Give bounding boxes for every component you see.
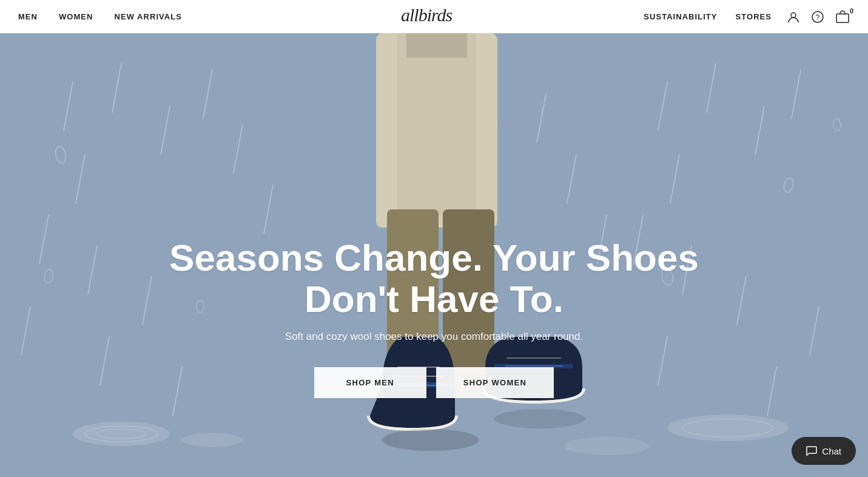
svg-rect-48 — [397, 33, 476, 215]
hero-content: Seasons Change. Your Shoes Don't Have To… — [0, 237, 868, 398]
nav-left: MEN WOMEN NEW ARRIVALS — [18, 12, 182, 21]
svg-text:?: ? — [816, 13, 820, 22]
nav-icons: ? 0 — [787, 10, 850, 24]
nav-stores[interactable]: STORES — [736, 12, 772, 21]
shop-men-button[interactable]: SHOP MEN — [314, 367, 426, 398]
shop-women-button[interactable]: SHOP WOMEN — [436, 367, 554, 398]
nav-sustainability[interactable]: SUSTAINABILITY — [644, 12, 717, 21]
nav-new-arrivals[interactable]: NEW ARRIVALS — [115, 12, 182, 21]
svg-point-40 — [182, 433, 243, 447]
nav-women[interactable]: WOMEN — [59, 12, 93, 21]
chat-label: Chat — [822, 446, 841, 456]
navbar-border — [0, 33, 868, 33]
svg-point-34 — [73, 422, 170, 446]
help-button[interactable]: ? — [811, 10, 824, 24]
navbar: MEN WOMEN NEW ARRIVALS allbirds SUSTAINA… — [0, 0, 868, 33]
svg-point-39 — [564, 437, 649, 455]
hero-buttons: SHOP MEN SHOP WOMEN — [314, 367, 554, 398]
svg-point-55 — [494, 409, 585, 428]
hero-headline: Seasons Change. Your Shoes Don't Have To… — [161, 237, 707, 320]
hero-section: Seasons Change. Your Shoes Don't Have To… — [0, 33, 868, 477]
cart-count: 0 — [850, 7, 853, 15]
svg-point-54 — [382, 429, 479, 451]
brand-logo[interactable]: allbirds — [398, 3, 471, 30]
hero-subheadline: Soft and cozy wool shoes to keep you com… — [285, 331, 583, 343]
svg-text:allbirds: allbirds — [401, 5, 453, 25]
nav-right: SUSTAINABILITY STORES ? — [644, 10, 850, 24]
nav-men[interactable]: MEN — [18, 12, 38, 21]
chat-icon — [806, 445, 817, 456]
cart-button[interactable]: 0 — [835, 10, 850, 24]
svg-rect-4 — [836, 14, 849, 22]
svg-rect-49 — [406, 33, 467, 58]
svg-point-1 — [791, 13, 796, 18]
chat-button[interactable]: Chat — [792, 437, 856, 465]
nav-right-links: SUSTAINABILITY STORES — [644, 12, 772, 21]
account-button[interactable] — [787, 10, 800, 24]
